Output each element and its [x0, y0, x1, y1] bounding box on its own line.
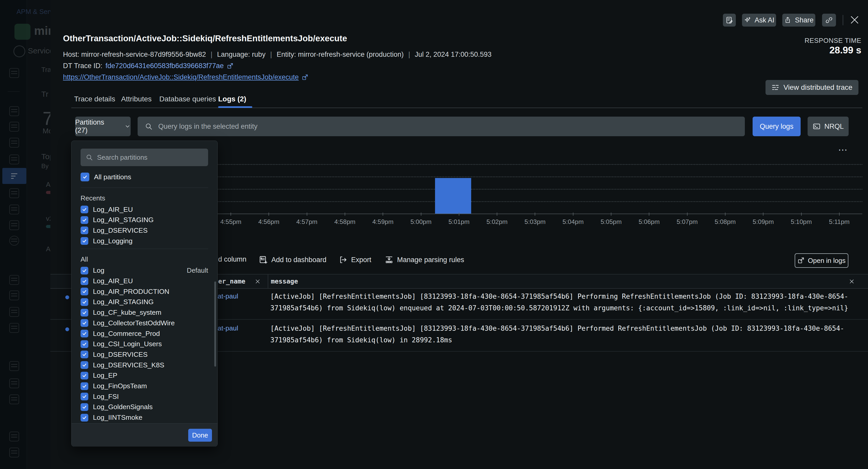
- done-button[interactable]: Done: [188, 429, 212, 442]
- log-query-placeholder: Query logs in the selected entity: [158, 123, 257, 131]
- permalink-button[interactable]: [822, 14, 836, 27]
- checkbox-checked[interactable]: [81, 372, 88, 379]
- checkbox-checked[interactable]: [81, 227, 88, 234]
- ask-ai-button[interactable]: Ask AI: [742, 14, 776, 27]
- partition-option[interactable]: Log_CF_kube_system: [81, 307, 208, 318]
- partition-label: Log_Logging: [93, 237, 132, 245]
- share-button[interactable]: Share: [782, 14, 815, 27]
- partition-label: Log_GoldenSignals: [93, 403, 153, 411]
- log-query-input[interactable]: Query logs in the selected entity: [137, 116, 745, 136]
- checkbox-checked[interactable]: [81, 206, 88, 213]
- checkbox-checked[interactable]: [81, 319, 88, 327]
- container-name-link[interactable]: at-paul: [218, 292, 238, 300]
- open-in-logs-button[interactable]: Open in logs: [795, 253, 848, 268]
- column-message[interactable]: message: [271, 277, 298, 285]
- partition-option[interactable]: Log_DSERVICES: [81, 349, 208, 360]
- partition-option[interactable]: Log_AIR_STAGING: [81, 297, 208, 307]
- remove-column-button[interactable]: [254, 278, 261, 285]
- partitions-dropdown-button[interactable]: Partitions (27): [75, 116, 131, 136]
- partition-option[interactable]: Log_EP: [81, 370, 208, 381]
- tab-trace-details[interactable]: Trace details: [74, 95, 115, 103]
- log-volume-bar[interactable]: [435, 178, 471, 213]
- checkbox-checked[interactable]: [81, 173, 89, 181]
- checkbox-checked[interactable]: [81, 309, 88, 316]
- survey-button[interactable]: [723, 14, 736, 27]
- partition-option[interactable]: Log_AIR_PRODUCTION: [81, 287, 208, 297]
- partition-option[interactable]: Log_FinOpsTeam: [81, 381, 208, 391]
- container-name-link[interactable]: at-paul: [218, 324, 238, 332]
- axis-tick-mark: [269, 212, 269, 216]
- checkbox-checked[interactable]: [81, 330, 88, 337]
- external-link-icon[interactable]: [302, 74, 309, 81]
- trace-meta: Host: mirror-refresh-service-87d9f9556-9…: [63, 51, 492, 59]
- transaction-url-link[interactable]: https://OtherTransaction/ActiveJob::Side…: [63, 73, 299, 81]
- partition-search-input[interactable]: Search partitions: [81, 148, 208, 166]
- partition-option[interactable]: Log_Logging: [81, 236, 208, 246]
- checkbox-checked[interactable]: [81, 288, 88, 295]
- partition-option[interactable]: Log_IINTSmoke: [81, 412, 208, 423]
- x-tick-label: 5:02pm: [487, 218, 507, 226]
- log-message: [ActiveJob] [RefreshEntitlementsJob] [83…: [270, 320, 858, 351]
- axis-tick-mark: [573, 212, 574, 216]
- axis-tick-mark: [345, 212, 345, 216]
- partition-option[interactable]: Log_Commerce_Prod: [81, 328, 208, 339]
- dropdown-footer: Done: [71, 423, 217, 446]
- checkbox-checked[interactable]: [81, 267, 88, 274]
- dt-trace-link[interactable]: fde720d6431e60583fb6d396683f77ae: [105, 62, 224, 70]
- scrollbar[interactable]: [214, 281, 216, 367]
- axis-tick-mark: [839, 212, 840, 216]
- tab-database-queries[interactable]: Database queries: [159, 95, 216, 103]
- partition-option[interactable]: Log_AIR_EU: [81, 204, 208, 215]
- x-tick-label: 5:04pm: [563, 218, 584, 226]
- partition-option[interactable]: Log_AIR_EU: [81, 276, 208, 287]
- add-column-button[interactable]: d column: [218, 256, 247, 263]
- chart-options-menu[interactable]: ⋯: [838, 144, 847, 155]
- tab-logs[interactable]: Logs (2): [218, 95, 246, 103]
- column-container-name[interactable]: er_name: [218, 277, 245, 285]
- partition-option[interactable]: Log_DSERVICES: [81, 225, 208, 236]
- manage-parsing-rules-button[interactable]: Manage parsing rules: [385, 256, 464, 264]
- close-icon: [849, 14, 860, 26]
- checkbox-checked[interactable]: [81, 361, 88, 369]
- checkbox-checked[interactable]: [81, 350, 88, 358]
- tab-attributes[interactable]: Attributes: [121, 95, 152, 103]
- close-button[interactable]: [849, 14, 860, 26]
- checkbox-checked[interactable]: [81, 403, 88, 411]
- nrql-button[interactable]: NRQL: [808, 116, 849, 136]
- survey-icon: [725, 16, 733, 24]
- checkbox-checked[interactable]: [81, 277, 88, 285]
- checkbox-checked[interactable]: [81, 393, 88, 400]
- divider: [843, 15, 843, 25]
- add-to-dashboard-button[interactable]: Add to dashboard: [259, 256, 326, 264]
- partition-label: Log_FinOpsTeam: [93, 382, 147, 390]
- partition-option[interactable]: Log_AIR_STAGING: [81, 215, 208, 225]
- partition-list: All partitionsRecentsLog_AIR_EULog_AIR_S…: [71, 166, 217, 423]
- view-distributed-trace-button[interactable]: View distributed trace: [766, 80, 859, 95]
- partition-option[interactable]: All partitions: [81, 172, 208, 182]
- partition-option[interactable]: Log_CollectorTestOddWire: [81, 318, 208, 328]
- checkbox-checked[interactable]: [81, 340, 88, 348]
- partition-option[interactable]: Log_CSI_Login_Users: [81, 339, 208, 349]
- checkbox-checked[interactable]: [81, 382, 88, 390]
- checkbox-checked[interactable]: [81, 237, 88, 245]
- x-tick-label: 5:09pm: [753, 218, 774, 226]
- partition-option[interactable]: Log_DSERVICES_K8S: [81, 360, 208, 370]
- query-logs-button[interactable]: Query logs: [753, 116, 801, 136]
- external-link-icon: [798, 257, 805, 264]
- axis-tick-mark: [725, 212, 725, 216]
- x-tick-label: 4:58pm: [334, 218, 355, 226]
- section-divider: [81, 188, 208, 188]
- export-button[interactable]: Export: [339, 256, 371, 264]
- x-tick-label: 4:55pm: [220, 218, 241, 226]
- checkbox-checked[interactable]: [81, 414, 88, 422]
- remove-column-button[interactable]: [848, 278, 855, 285]
- partition-option[interactable]: LogDefault: [81, 265, 208, 276]
- partition-option[interactable]: Log_FSI: [81, 391, 208, 402]
- checkbox-checked[interactable]: [81, 216, 88, 224]
- checkbox-checked[interactable]: [81, 298, 88, 306]
- partition-label: Log_DSERVICES: [93, 350, 148, 359]
- external-link-icon[interactable]: [227, 63, 234, 69]
- log-message: [ActiveJob] [RefreshEntitlementsJob] [83…: [270, 288, 858, 319]
- partition-option[interactable]: Log_GoldenSignals: [81, 402, 208, 412]
- partitions-button-label: Partitions (27): [75, 119, 118, 134]
